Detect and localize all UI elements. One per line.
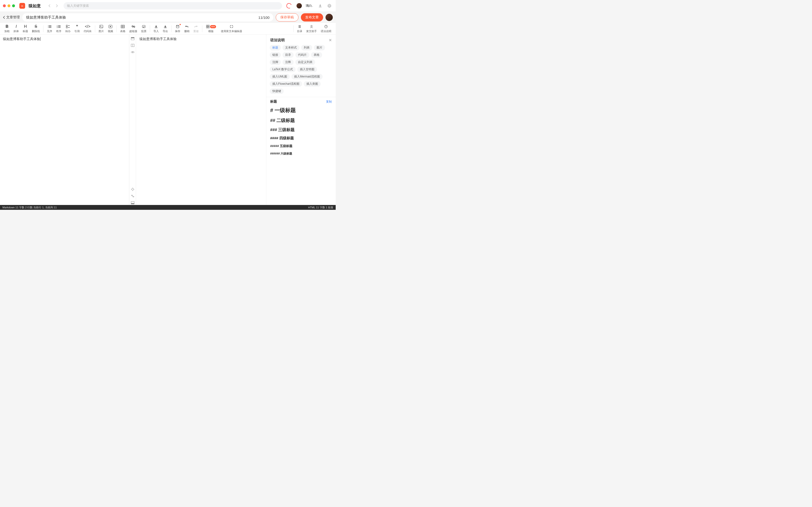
strikethrough-button[interactable]: S删除线 bbox=[30, 23, 42, 34]
window-controls bbox=[3, 4, 15, 7]
markdown-editor[interactable]: 猿如意博客助手工具体验 bbox=[0, 35, 129, 205]
view-gutter bbox=[129, 35, 136, 205]
nav-back-button[interactable] bbox=[47, 3, 52, 8]
template-button[interactable]: new 模版 bbox=[204, 23, 218, 34]
link-button[interactable]: 超链接 bbox=[128, 23, 139, 34]
image-button[interactable]: 图片 bbox=[97, 23, 106, 34]
svg-rect-11 bbox=[177, 25, 179, 26]
syntax-chip[interactable]: 插入甘特图 bbox=[297, 67, 317, 72]
back-to-articles-button[interactable]: 文章管理 bbox=[3, 15, 20, 19]
article-title-input[interactable] bbox=[26, 15, 258, 19]
syntax-chip[interactable]: 链接 bbox=[270, 52, 281, 58]
todo-button[interactable]: 待办 bbox=[63, 23, 72, 34]
preview-eye-icon[interactable] bbox=[131, 50, 135, 54]
toolbar-separator bbox=[293, 25, 294, 32]
close-window-icon[interactable] bbox=[3, 4, 6, 7]
export-button[interactable]: 导出 bbox=[161, 23, 170, 34]
layout-split-icon[interactable] bbox=[131, 43, 135, 48]
svg-rect-24 bbox=[132, 195, 133, 196]
writing-assistant-button[interactable]: 发文助手 bbox=[304, 23, 319, 34]
syntax-chip[interactable]: 自定义列表 bbox=[295, 59, 315, 65]
download-icon[interactable] bbox=[318, 3, 323, 8]
syntax-chip[interactable]: 文本样式 bbox=[283, 45, 299, 50]
svg-rect-14 bbox=[206, 27, 208, 28]
video-button[interactable]: 视频 bbox=[106, 23, 115, 34]
copy-button[interactable]: 复制 bbox=[326, 100, 332, 104]
ol-button[interactable]: 123有序 bbox=[54, 23, 63, 34]
svg-text:3: 3 bbox=[57, 27, 57, 28]
vote-button[interactable]: 投票 bbox=[139, 23, 148, 34]
syntax-chip[interactable]: 标题 bbox=[270, 45, 281, 50]
syntax-panel: 语法说明 ✕ 标题文本样式列表图片链接目录代码片表格注脚注释自定义列表LaTeX… bbox=[266, 35, 336, 205]
heading-button[interactable]: H标题 bbox=[21, 23, 30, 34]
table-button[interactable]: 表格 bbox=[118, 23, 128, 34]
svg-rect-9 bbox=[142, 25, 145, 28]
bold-button[interactable]: B加粗 bbox=[2, 23, 12, 34]
undo-button[interactable]: 撤销 bbox=[182, 23, 191, 34]
title-row: 文章管理 11/100 保存草稿 发布文章 bbox=[0, 12, 336, 23]
syntax-chip[interactable]: 插入类图 bbox=[304, 81, 321, 87]
syntax-chip-list: 标题文本样式列表图片链接目录代码片表格注脚注释自定义列表LaTeX 数学公式插入… bbox=[266, 45, 336, 97]
syntax-panel-title: 语法说明 bbox=[270, 38, 285, 43]
syntax-help-button[interactable]: 语法说明 bbox=[319, 23, 333, 34]
status-left: Markdown 11 字数 2 行数 当前行 1, 当前列 11 bbox=[2, 206, 57, 209]
publish-button[interactable]: 发布文章 bbox=[301, 13, 323, 21]
search-input[interactable]: 输入关键字搜索 bbox=[63, 2, 282, 9]
settings-icon[interactable] bbox=[327, 3, 332, 8]
user-avatar[interactable] bbox=[297, 3, 302, 8]
author-avatar[interactable] bbox=[325, 14, 333, 21]
syntax-chip[interactable]: 插入Flowchart流程图 bbox=[270, 81, 302, 87]
locate-icon[interactable] bbox=[131, 187, 135, 191]
heading-example: # 一级标题 bbox=[270, 107, 332, 114]
status-right: HTML 11 字数 1 段落 bbox=[308, 206, 333, 209]
syntax-chip[interactable]: 注释 bbox=[283, 59, 294, 65]
user-name[interactable]: 璃白. bbox=[306, 4, 313, 8]
syntax-chip[interactable]: 插入UML图 bbox=[270, 74, 290, 79]
svg-point-6 bbox=[100, 26, 101, 26]
redo-button[interactable]: 重做 bbox=[191, 23, 201, 34]
app-brand: 猿如意 bbox=[29, 3, 41, 9]
richtext-switch-button[interactable]: 使用富文本编辑器 bbox=[218, 23, 245, 34]
layout-bottom-icon[interactable] bbox=[131, 201, 135, 205]
toolbar-separator bbox=[95, 25, 95, 32]
new-badge: new bbox=[210, 25, 216, 28]
syntax-chip[interactable]: 表格 bbox=[311, 52, 322, 58]
save-button[interactable]: 保存 bbox=[173, 23, 182, 34]
syntax-section-heading: 标题 bbox=[270, 100, 277, 104]
svg-rect-19 bbox=[131, 38, 134, 38]
syntax-chip[interactable]: 图片 bbox=[314, 45, 325, 50]
editor-content: 猿如意博客助手工具体验 bbox=[3, 37, 41, 41]
resize-icon[interactable] bbox=[131, 194, 135, 198]
heading-example: ###### 六级标题 bbox=[270, 152, 332, 156]
toolbar-separator bbox=[202, 25, 202, 32]
syntax-chip[interactable]: 列表 bbox=[301, 45, 312, 50]
svg-rect-15 bbox=[208, 27, 209, 28]
article-title-wrap: 11/100 bbox=[22, 13, 273, 21]
close-panel-button[interactable]: ✕ bbox=[329, 38, 332, 43]
svg-point-23 bbox=[132, 188, 134, 190]
italic-button[interactable]: I斜体 bbox=[12, 23, 21, 34]
html-preview: 猿如意博客助手工具体验 bbox=[136, 35, 266, 205]
import-button[interactable]: 导入 bbox=[152, 23, 161, 34]
syntax-chip[interactable]: LaTeX 数学公式 bbox=[270, 67, 296, 72]
ul-button[interactable]: 无序 bbox=[45, 23, 54, 34]
syntax-chip[interactable]: 代码片 bbox=[295, 52, 309, 58]
syntax-chip[interactable]: 插入Mermaid流程图 bbox=[292, 74, 323, 79]
syntax-chip[interactable]: 注脚 bbox=[270, 59, 281, 65]
svg-rect-3 bbox=[66, 25, 67, 26]
toc-button[interactable]: 目录 bbox=[295, 23, 304, 34]
codeblock-button[interactable]: </>代码块 bbox=[82, 23, 94, 34]
syntax-chip[interactable]: 快捷键 bbox=[270, 89, 284, 94]
svg-rect-12 bbox=[206, 25, 208, 26]
syntax-chip[interactable]: 目录 bbox=[283, 52, 294, 58]
maximize-window-icon[interactable] bbox=[12, 4, 15, 7]
chevron-left-icon bbox=[3, 16, 5, 19]
nav-forward-button[interactable] bbox=[54, 3, 59, 8]
minimize-window-icon[interactable] bbox=[7, 4, 10, 7]
quote-button[interactable]: “引用 bbox=[72, 23, 82, 34]
toolbar-separator bbox=[116, 25, 117, 32]
layout-top-icon[interactable] bbox=[131, 37, 135, 41]
save-draft-button[interactable]: 保存草稿 bbox=[276, 13, 298, 21]
heading-example: #### 四级标题 bbox=[270, 136, 332, 140]
svg-rect-5 bbox=[100, 25, 103, 28]
